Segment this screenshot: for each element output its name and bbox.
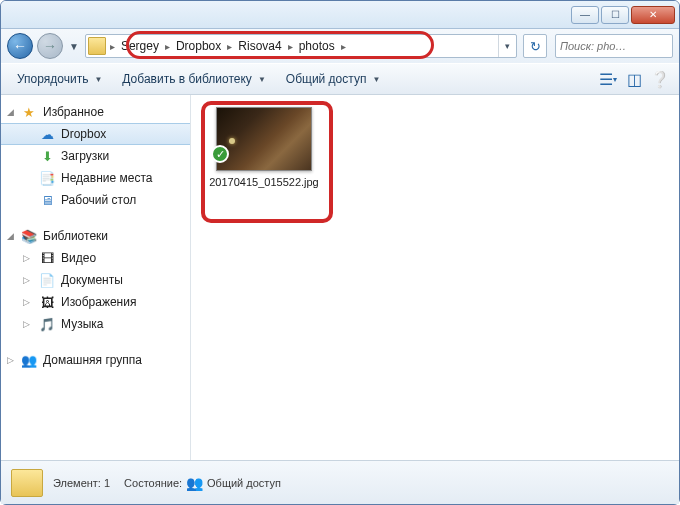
desktop-icon: 🖥 <box>39 192 55 208</box>
libraries-label: Библиотеки <box>43 229 108 243</box>
chevron-down-icon: ▼ <box>94 75 102 84</box>
chevron-right-icon: ▸ <box>286 41 295 52</box>
command-bar: Упорядочить ▼ Добавить в библиотеку ▼ Об… <box>1 63 679 95</box>
sidebar-item-desktop[interactable]: 🖥 Рабочий стол <box>1 189 190 211</box>
add-library-label: Добавить в библиотеку <box>122 72 252 86</box>
breadcrumb-segment[interactable]: Risova4 <box>234 35 285 57</box>
search-input[interactable] <box>556 40 672 52</box>
file-name: 20170415_015522.jpg <box>209 175 319 189</box>
status-text: Элемент: 1 Состояние: 👥 Общий доступ <box>53 475 281 491</box>
state-label: Состояние: <box>124 477 182 489</box>
explorer-window: — ☐ ✕ ← → ▼ ▸ Sergey ▸ Dropbox ▸ Risova4… <box>0 0 680 505</box>
expand-icon[interactable]: ▷ <box>7 355 14 365</box>
sidebar-item-videos[interactable]: ▷ 🎞 Видео <box>1 247 190 269</box>
share-menu[interactable]: Общий доступ ▼ <box>278 68 389 90</box>
sidebar-item-recent[interactable]: 📑 Недавние места <box>1 167 190 189</box>
sidebar-item-label: Загрузки <box>61 149 109 163</box>
people-icon: 👥 <box>186 475 203 491</box>
folder-icon <box>88 37 106 55</box>
sidebar-item-label: Рабочий стол <box>61 193 136 207</box>
expand-icon[interactable]: ▷ <box>23 275 30 285</box>
breadcrumb-segment[interactable]: Sergey <box>117 35 163 57</box>
help-button[interactable]: ❔ <box>649 68 671 90</box>
sidebar-item-homegroup[interactable]: ▷ 👥 Домашняя группа <box>1 349 190 371</box>
file-list-pane[interactable]: ✓ 20170415_015522.jpg <box>191 95 679 460</box>
collapse-icon[interactable]: ◢ <box>7 231 14 241</box>
favorites-header[interactable]: ◢ ★ Избранное <box>1 101 190 123</box>
homegroup-icon: 👥 <box>21 352 37 368</box>
documents-icon: 📄 <box>39 272 55 288</box>
sidebar-item-label: Документы <box>61 273 123 287</box>
star-icon: ★ <box>21 104 37 120</box>
file-thumbnail <box>216 107 312 171</box>
chevron-right-icon: ▸ <box>339 41 348 52</box>
folder-icon <box>11 469 43 497</box>
back-button[interactable]: ← <box>7 33 33 59</box>
titlebar: — ☐ ✕ <box>1 1 679 29</box>
chevron-right-icon: ▸ <box>225 41 234 52</box>
view-options-button[interactable]: ☰▾ <box>597 68 619 90</box>
navigation-pane: ◢ ★ Избранное ☁ Dropbox ⬇ Загрузки 📑 Нед… <box>1 95 191 460</box>
expand-icon[interactable]: ▷ <box>23 319 30 329</box>
favorites-label: Избранное <box>43 105 104 119</box>
homegroup-group: ▷ 👥 Домашняя группа <box>1 349 190 371</box>
expand-icon[interactable]: ▷ <box>23 297 30 307</box>
sidebar-item-label: Недавние места <box>61 171 152 185</box>
sidebar-item-documents[interactable]: ▷ 📄 Документы <box>1 269 190 291</box>
address-bar[interactable]: ▸ Sergey ▸ Dropbox ▸ Risova4 ▸ photos ▸ … <box>85 34 517 58</box>
music-icon: 🎵 <box>39 316 55 332</box>
refresh-button[interactable]: ↻ <box>523 34 547 58</box>
breadcrumb-segment[interactable]: Dropbox <box>172 35 225 57</box>
address-dropdown[interactable]: ▾ <box>498 35 516 57</box>
downloads-icon: ⬇ <box>39 148 55 164</box>
sidebar-item-label: Домашняя группа <box>43 353 142 367</box>
favorites-group: ◢ ★ Избранное ☁ Dropbox ⬇ Загрузки 📑 Нед… <box>1 101 190 211</box>
preview-pane-button[interactable]: ◫ <box>623 68 645 90</box>
collapse-icon[interactable]: ◢ <box>7 107 14 117</box>
libraries-icon: 📚 <box>21 228 37 244</box>
libraries-header[interactable]: ◢ 📚 Библиотеки <box>1 225 190 247</box>
breadcrumb-segment[interactable]: photos <box>295 35 339 57</box>
sidebar-item-pictures[interactable]: ▷ 🖼 Изображения <box>1 291 190 313</box>
sidebar-item-label: Dropbox <box>61 127 106 141</box>
window-body: ◢ ★ Избранное ☁ Dropbox ⬇ Загрузки 📑 Нед… <box>1 95 679 460</box>
close-button[interactable]: ✕ <box>631 6 675 24</box>
sidebar-item-label: Музыка <box>61 317 103 331</box>
item-count: Элемент: 1 <box>53 477 110 489</box>
sidebar-item-dropbox[interactable]: ☁ Dropbox <box>1 123 190 145</box>
share-status: Общий доступ <box>207 477 281 489</box>
chevron-right-icon[interactable]: ▸ <box>108 41 117 52</box>
libraries-group: ◢ 📚 Библиотеки ▷ 🎞 Видео ▷ 📄 Документы ▷… <box>1 225 190 335</box>
sidebar-item-music[interactable]: ▷ 🎵 Музыка <box>1 313 190 335</box>
add-to-library-menu[interactable]: Добавить в библиотеку ▼ <box>114 68 273 90</box>
navigation-bar: ← → ▼ ▸ Sergey ▸ Dropbox ▸ Risova4 ▸ pho… <box>1 29 679 63</box>
breadcrumb: ▸ Sergey ▸ Dropbox ▸ Risova4 ▸ photos ▸ <box>108 35 348 57</box>
share-label: Общий доступ <box>286 72 367 86</box>
sidebar-item-downloads[interactable]: ⬇ Загрузки <box>1 145 190 167</box>
organize-label: Упорядочить <box>17 72 88 86</box>
file-item[interactable]: ✓ 20170415_015522.jpg <box>209 107 319 189</box>
sidebar-item-label: Изображения <box>61 295 136 309</box>
forward-button[interactable]: → <box>37 33 63 59</box>
expand-icon[interactable]: ▷ <box>23 253 30 263</box>
chevron-down-icon: ▼ <box>372 75 380 84</box>
recent-icon: 📑 <box>39 170 55 186</box>
maximize-button[interactable]: ☐ <box>601 6 629 24</box>
minimize-button[interactable]: — <box>571 6 599 24</box>
dropbox-icon: ☁ <box>39 126 55 142</box>
sidebar-item-label: Видео <box>61 251 96 265</box>
pictures-icon: 🖼 <box>39 294 55 310</box>
window-controls: — ☐ ✕ <box>571 6 675 24</box>
search-box[interactable] <box>555 34 673 58</box>
chevron-right-icon: ▸ <box>163 41 172 52</box>
history-dropdown[interactable]: ▼ <box>67 41 81 52</box>
details-pane: Элемент: 1 Состояние: 👥 Общий доступ <box>1 460 679 504</box>
organize-menu[interactable]: Упорядочить ▼ <box>9 68 110 90</box>
chevron-down-icon: ▼ <box>258 75 266 84</box>
video-icon: 🎞 <box>39 250 55 266</box>
